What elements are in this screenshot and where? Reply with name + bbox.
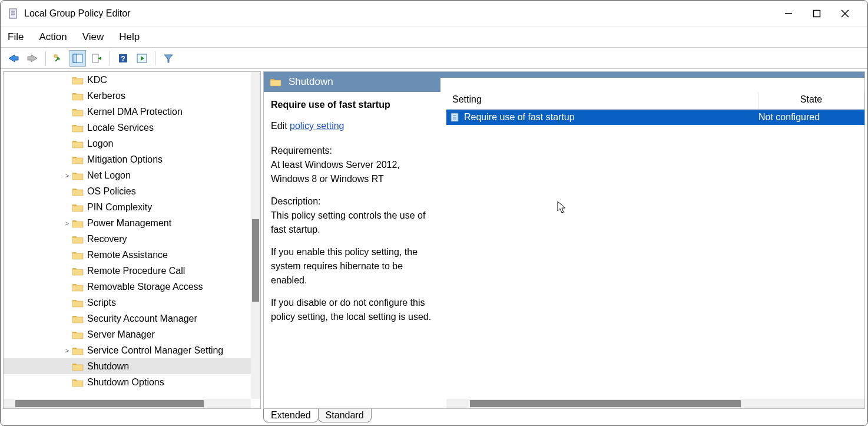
toolbar: ? xyxy=(1,48,867,69)
main-split: KDCKerberosKernel DMA ProtectionLocale S… xyxy=(1,69,867,409)
chevron-right-icon[interactable]: > xyxy=(62,347,72,354)
tree-horizontal-scrollbar[interactable] xyxy=(4,399,251,408)
window-controls xyxy=(783,8,867,19)
svg-rect-5 xyxy=(814,10,820,16)
tree-item[interactable]: PIN Complexity xyxy=(4,199,251,215)
tree-item-label: Server Manager xyxy=(87,329,155,340)
filter-button[interactable] xyxy=(160,50,177,67)
tree-item[interactable]: Logon xyxy=(4,136,251,151)
svg-text:?: ? xyxy=(121,55,125,63)
tree-item-label: KDC xyxy=(87,75,107,85)
tree-item-label: Kernel DMA Protection xyxy=(87,107,183,117)
tree-item[interactable]: Shutdown Options xyxy=(4,374,251,390)
svg-marker-19 xyxy=(164,55,173,62)
tree-item-label: Locale Services xyxy=(87,123,154,133)
tree-item[interactable]: Shutdown xyxy=(4,358,251,374)
description-p2: If you enable this policy setting, the s… xyxy=(271,245,439,288)
tree-item[interactable]: Removable Storage Access xyxy=(4,279,251,295)
tree-item[interactable]: >Net Logon xyxy=(4,167,251,183)
menu-file[interactable]: File xyxy=(8,31,24,43)
close-button[interactable] xyxy=(839,8,851,19)
tree-item[interactable]: >Power Management xyxy=(4,215,251,231)
folder-title: Shutdown xyxy=(289,76,333,88)
column-setting[interactable]: Setting xyxy=(446,92,758,109)
tree-item[interactable]: OS Policies xyxy=(4,183,251,199)
view-tabs: Extended Standard xyxy=(263,409,867,425)
setting-row[interactable]: Require use of fast startupNot configure… xyxy=(446,110,864,125)
tree-item-label: Security Account Manager xyxy=(87,313,197,324)
toggle-pane-button[interactable] xyxy=(69,50,86,67)
tree-item-label: Logon xyxy=(87,138,114,149)
row-state: Not configured xyxy=(758,112,864,123)
tree-item[interactable]: Remote Assistance xyxy=(4,247,251,263)
tree-item-label: Removable Storage Access xyxy=(87,282,203,292)
tree-item-label: OS Policies xyxy=(87,186,136,197)
tree-item[interactable]: KDC xyxy=(4,72,251,88)
row-setting: Require use of fast startup xyxy=(464,112,758,123)
tree-item-label: Scripts xyxy=(87,298,116,308)
tree-item-label: Kerberos xyxy=(87,91,125,101)
tree-item[interactable]: Recovery xyxy=(4,231,251,247)
details-pane: Shutdown Require use of fast startup Edi… xyxy=(263,71,865,409)
svg-marker-9 xyxy=(28,55,37,62)
setting-title: Require use of fast startup xyxy=(271,98,439,112)
tree-item-label: PIN Complexity xyxy=(87,202,152,213)
list-header: Setting State xyxy=(446,92,864,110)
forward-button[interactable] xyxy=(24,50,41,67)
requirements-text: At least Windows Server 2012, Windows 8 … xyxy=(271,160,400,184)
chevron-right-icon[interactable]: > xyxy=(62,220,72,227)
description-p1: This policy setting controls the use of … xyxy=(271,210,425,235)
description-column: Require use of fast startup Edit policy … xyxy=(264,92,446,408)
run-button[interactable] xyxy=(134,50,150,67)
tree-item[interactable]: Security Account Manager xyxy=(4,311,251,326)
maximize-button[interactable] xyxy=(811,8,823,19)
policy-setting-link[interactable]: policy setting xyxy=(290,121,344,131)
chevron-right-icon[interactable]: > xyxy=(62,172,72,179)
tree-item[interactable]: Server Manager xyxy=(4,326,251,342)
tree-item-label: Recovery xyxy=(87,234,127,245)
export-button[interactable] xyxy=(88,50,105,67)
tree-item[interactable]: Mitigation Options xyxy=(4,151,251,167)
back-button[interactable] xyxy=(5,50,22,67)
tree-item-label: Service Control Manager Setting xyxy=(87,345,223,356)
app-icon xyxy=(8,8,19,19)
menu-view[interactable]: View xyxy=(82,31,104,43)
tree-item-label: Net Logon xyxy=(87,170,131,181)
tree-item-label: Mitigation Options xyxy=(87,154,163,165)
svg-marker-8 xyxy=(9,55,18,62)
tree-pane: KDCKerberosKernel DMA ProtectionLocale S… xyxy=(3,71,261,409)
policy-icon xyxy=(450,112,460,123)
tree-item[interactable]: Remote Procedure Call xyxy=(4,263,251,279)
tab-extended[interactable]: Extended xyxy=(263,409,319,422)
description-label: Description: xyxy=(271,196,320,206)
minimize-button[interactable] xyxy=(783,8,794,19)
tree-item-label: Shutdown Options xyxy=(87,377,164,388)
menu-help[interactable]: Help xyxy=(119,31,140,43)
tree-item[interactable]: Scripts xyxy=(4,295,251,311)
window-title: Local Group Policy Editor xyxy=(24,8,131,19)
tree-item[interactable]: Kernel DMA Protection xyxy=(4,104,251,120)
tree-item[interactable]: Kerberos xyxy=(4,88,251,104)
settings-list: Setting State Require use of fast startu… xyxy=(446,92,864,408)
help-button[interactable]: ? xyxy=(115,50,131,67)
tree-item[interactable]: Locale Services xyxy=(4,120,251,136)
requirements-label: Requirements: xyxy=(271,146,332,156)
tree-item-label: Remote Assistance xyxy=(87,250,168,260)
tree-item[interactable]: >Service Control Manager Setting xyxy=(4,342,251,358)
svg-rect-12 xyxy=(73,54,77,62)
svg-rect-0 xyxy=(9,9,16,18)
tree-item-label: Remote Procedure Call xyxy=(87,266,185,276)
description-p3: If you disable or do not configure this … xyxy=(271,296,439,324)
titlebar: Local Group Policy Editor xyxy=(1,1,867,27)
up-button[interactable] xyxy=(51,50,67,67)
list-horizontal-scrollbar[interactable] xyxy=(446,399,864,408)
tab-standard[interactable]: Standard xyxy=(318,409,372,422)
menu-action[interactable]: Action xyxy=(39,31,67,43)
tree-vertical-scrollbar[interactable] xyxy=(251,72,260,399)
edit-prefix: Edit xyxy=(271,121,290,131)
tree-item-label: Power Management xyxy=(87,218,171,229)
column-state[interactable]: State xyxy=(758,92,864,109)
menubar: File Action View Help xyxy=(1,27,867,48)
tree-item-label: Shutdown xyxy=(87,361,129,372)
svg-rect-13 xyxy=(92,54,98,62)
